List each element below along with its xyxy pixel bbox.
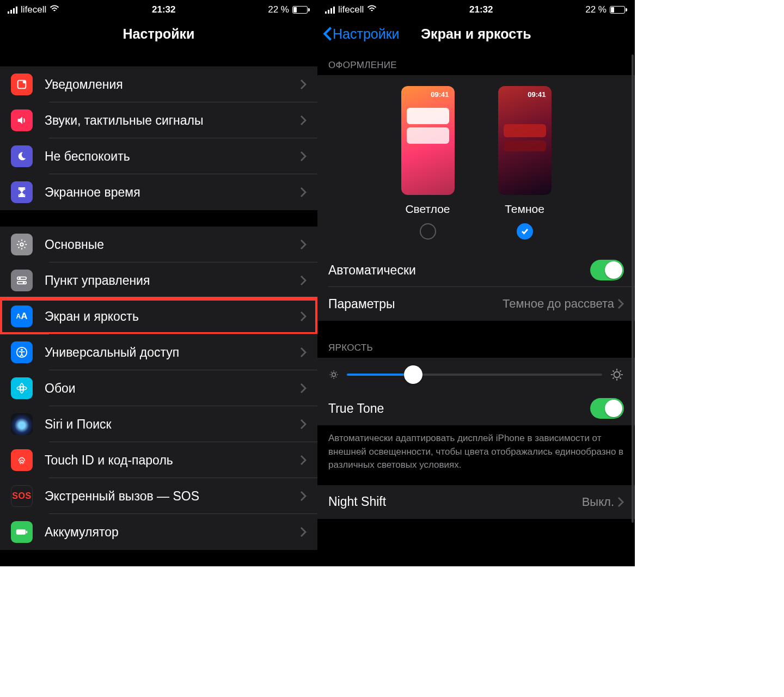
row-general[interactable]: Основные [0,227,317,262]
nightshift-value: Выкл. [582,495,614,509]
chevron-right-icon [300,115,307,126]
chevron-right-icon [300,79,307,90]
svg-rect-11 [26,531,27,534]
sun-min-icon [328,369,339,380]
chevron-right-icon [300,491,307,502]
row-battery[interactable]: Аккумулятор [0,514,317,550]
appearance-picker: 09:41 Светлое 09:41 Темное [317,75,635,253]
status-bar: lifecell 21:32 22 % [0,0,317,17]
svg-point-2 [20,243,23,246]
signal-icon [325,6,335,14]
row-siri[interactable]: Siri и Поиск [0,406,317,442]
options-value: Темное до рассвета [503,297,614,311]
automatic-toggle[interactable] [590,260,624,280]
battery-pct: 22 % [585,4,607,15]
chevron-right-icon [300,239,307,250]
carrier-label: lifecell [21,4,46,15]
row-automatic: Автоматически [317,253,635,287]
brightness-slider[interactable] [347,374,602,376]
row-wallpaper[interactable]: Обои [0,370,317,406]
wallpaper-icon [11,377,33,399]
touchid-icon [11,449,33,471]
battery-icon [292,6,310,14]
notifications-icon [11,74,33,95]
scrollbar[interactable] [632,54,634,523]
row-truetone: True Tone [317,392,635,425]
sounds-icon [11,109,33,131]
signal-icon [8,6,17,14]
truetone-toggle[interactable] [590,398,624,419]
row-display-brightness[interactable]: AA Экран и яркость [0,298,317,334]
svg-point-6 [23,282,25,284]
chevron-right-icon [300,151,307,162]
svg-point-8 [21,349,23,351]
brightness-header: ЯРКОСТЬ [317,321,635,358]
dark-label: Темное [505,203,544,216]
svg-point-13 [614,372,620,378]
accessibility-icon [11,341,33,363]
svg-rect-5 [17,282,27,284]
screentime-icon [11,181,33,203]
light-label: Светлое [405,203,450,216]
page-title: Экран и яркость [421,26,531,42]
back-button[interactable]: Настройки [323,26,400,42]
siri-icon [11,413,33,435]
row-screentime[interactable]: Экранное время [0,174,317,210]
chevron-right-icon [300,187,307,198]
battery-icon [610,6,627,14]
svg-rect-3 [17,277,27,280]
appearance-light-option[interactable]: 09:41 Светлое [401,86,455,240]
truetone-description: Автоматически адаптировать дисплей iPhon… [317,425,635,485]
svg-point-12 [332,373,336,377]
sos-icon: SOS [11,485,33,507]
dnd-icon [11,145,33,167]
wifi-icon [367,4,377,15]
settings-list[interactable]: Уведомления Звуки, тактильные сигналы Не… [0,50,317,566]
sun-max-icon [610,368,624,382]
clock: 21:32 [469,4,493,15]
row-nightshift[interactable]: Night Shift Выкл. [317,485,635,519]
chevron-right-icon [300,311,307,322]
display-settings[interactable]: ОФОРМЛЕНИЕ 09:41 Светлое 09:41 Темн [317,50,635,566]
svg-point-1 [23,81,26,84]
nav-bar: Настройки Экран и яркость [317,17,635,50]
dark-preview: 09:41 [498,86,552,195]
chevron-right-icon [300,527,307,537]
display-icon: AA [11,305,33,327]
row-dnd[interactable]: Не беспокоить [0,138,317,174]
control-center-icon [11,270,33,291]
general-icon [11,234,33,255]
light-radio[interactable] [420,223,436,240]
chevron-right-icon [300,347,307,358]
chevron-right-icon [300,419,307,430]
left-screen: lifecell 21:32 22 % Настройки Уведомлени… [0,0,317,566]
chevron-right-icon [617,497,624,508]
chevron-right-icon [300,455,307,466]
battery-row-icon [11,521,33,543]
chevron-right-icon [300,383,307,394]
appearance-header: ОФОРМЛЕНИЕ [317,50,635,75]
page-title: Настройки [123,26,195,42]
row-accessibility[interactable]: Универсальный доступ [0,334,317,370]
row-control-center[interactable]: Пункт управления [0,262,317,298]
chevron-right-icon [300,275,307,286]
back-label: Настройки [333,26,400,42]
svg-point-9 [20,387,23,390]
svg-rect-10 [16,529,26,534]
light-preview: 09:41 [401,86,455,195]
right-screen: lifecell 21:32 22 % Настройки Экран и яр… [317,0,635,566]
nav-bar: Настройки [0,17,317,50]
svg-point-4 [19,277,21,279]
row-options[interactable]: Параметры Темное до рассвета [317,287,635,321]
row-touchid[interactable]: Touch ID и код-пароль [0,442,317,478]
row-notifications[interactable]: Уведомления [0,66,317,102]
wifi-icon [50,4,59,15]
appearance-dark-option[interactable]: 09:41 Темное [498,86,552,240]
battery-pct: 22 % [268,4,289,15]
dark-radio[interactable] [517,223,533,240]
row-sounds[interactable]: Звуки, тактильные сигналы [0,102,317,138]
row-sos[interactable]: SOS Экстренный вызов — SOS [0,478,317,514]
brightness-row [317,358,635,392]
chevron-right-icon [617,298,624,309]
clock: 21:32 [152,4,175,15]
